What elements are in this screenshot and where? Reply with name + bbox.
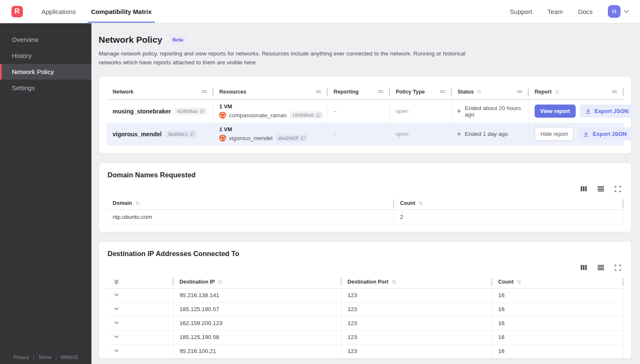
expand-all-header[interactable] — [107, 276, 174, 289]
network-id: 60959fad — [177, 109, 198, 114]
column-header-label: Network — [113, 89, 133, 95]
nav-link-team[interactable]: Team — [547, 8, 563, 15]
network-id-badge: 5bdf3dc1 — [166, 130, 197, 138]
export-json-label: Export JSON — [595, 108, 629, 114]
column-header-status[interactable]: Status — [452, 84, 529, 100]
network-id: 5bdf3dc1 — [168, 132, 188, 137]
download-icon — [583, 131, 589, 137]
copy-icon[interactable] — [190, 132, 195, 136]
chevron-down-icon[interactable] — [113, 321, 119, 325]
sidebar-item-settings[interactable]: Settings — [0, 80, 91, 96]
drag-handle-icon[interactable] — [439, 90, 446, 94]
column-header-label: Count — [400, 200, 415, 206]
hide-report-button[interactable]: Hide report — [535, 127, 574, 141]
columns-view-icon[interactable] — [580, 265, 587, 270]
vm-id: aba2dd3f — [278, 135, 298, 141]
status-text: Ended about 20 hours ago — [465, 105, 522, 118]
sort-icon[interactable] — [516, 279, 521, 284]
copy-icon[interactable] — [316, 113, 321, 118]
network-name-cell[interactable]: musing_stonebraker 60959fad — [107, 100, 213, 123]
column-header-destination-ip[interactable]: Destination IP — [174, 276, 342, 289]
privacy-link[interactable]: Privacy — [14, 355, 30, 360]
status-dot — [458, 110, 461, 113]
table-toolbar — [99, 258, 631, 276]
sidebar-footer: Privacy Terms 5f56b15 — [0, 349, 91, 364]
row-expander-cell — [107, 331, 174, 345]
column-header-domain[interactable]: Domain — [107, 197, 394, 210]
export-json-button[interactable]: Export JSON — [580, 105, 634, 118]
reporting-cell: – — [328, 100, 390, 123]
chevron-down-icon[interactable] — [113, 293, 119, 297]
sort-icon[interactable] — [218, 279, 223, 284]
row-expander-cell — [107, 303, 174, 317]
destination-ip-cell: 95.216.138.141 — [174, 289, 342, 303]
ubuntu-icon — [219, 112, 226, 119]
drag-handle-icon[interactable] — [315, 90, 322, 94]
network-id-badge: 60959fad — [175, 108, 207, 115]
sort-icon[interactable] — [477, 89, 482, 94]
column-header-destination-port[interactable]: Destination Port — [342, 276, 492, 289]
sidebar: Overview History Network Policy Settings… — [0, 23, 91, 364]
row-expander-cell — [107, 317, 174, 331]
row-expander-cell — [107, 345, 174, 358]
page-title: Network Policy — [99, 35, 163, 45]
vm-id-badge: aba2dd3f — [276, 134, 308, 142]
column-header-policy-type[interactable]: Policy Type — [390, 84, 452, 100]
drag-handle-icon[interactable] — [378, 90, 384, 94]
nav-link-docs[interactable]: Docs — [578, 8, 593, 15]
tab-applications[interactable]: Applications — [38, 0, 79, 23]
column-header-reporting[interactable]: Reporting — [328, 84, 390, 100]
sidebar-item-network-policy[interactable]: Network Policy — [0, 64, 91, 80]
destinations-card: Destination IP Addresses Connected To De… — [99, 241, 632, 359]
column-header-report[interactable]: Report — [529, 84, 623, 100]
sort-icon[interactable] — [554, 89, 560, 94]
domains-table: Domain Count ntp.ubuntu.com 2 — [107, 197, 623, 224]
row-expander-cell — [107, 289, 174, 303]
nav-link-support[interactable]: Support — [510, 8, 532, 15]
terms-link[interactable]: Terms — [38, 355, 51, 360]
app-logo[interactable]: R — [11, 6, 23, 17]
sort-icon[interactable] — [418, 201, 423, 206]
status-cell: Ended 1 day ago — [452, 123, 529, 146]
column-header-label: Destination Port — [348, 279, 389, 285]
count-cell: 2 — [394, 210, 623, 224]
chevron-down-icon[interactable] — [113, 349, 119, 353]
double-chevron-down-icon[interactable] — [113, 279, 119, 285]
network-name-cell[interactable]: vigorous_mendel 5bdf3dc1 — [107, 123, 213, 146]
copy-icon[interactable] — [200, 109, 204, 113]
chevron-down-icon[interactable] — [113, 335, 119, 339]
rows-view-icon[interactable] — [597, 265, 604, 270]
ubuntu-icon — [219, 135, 226, 141]
export-json-button[interactable]: Export JSON — [578, 127, 632, 141]
page-description: Manage network policy, reporting and vie… — [99, 50, 471, 67]
domain-cell: ntp.ubuntu.com — [107, 210, 394, 224]
destination-port-cell: 123 — [342, 289, 492, 303]
column-header-network[interactable]: Network — [107, 84, 213, 100]
fullscreen-icon[interactable] — [615, 265, 621, 271]
sort-icon[interactable] — [392, 279, 397, 284]
column-header-count[interactable]: Count — [394, 197, 623, 210]
copy-icon[interactable] — [301, 136, 305, 141]
avatar[interactable]: H — [608, 5, 621, 18]
navbar-right: Support Team Docs H — [510, 0, 640, 23]
columns-view-icon[interactable] — [580, 186, 587, 192]
chevron-down-icon[interactable] — [113, 307, 119, 311]
tab-compatibility-matrix[interactable]: Compatibility Matrix — [88, 0, 155, 23]
column-header-resources[interactable]: Resources — [213, 84, 328, 100]
rows-view-icon[interactable] — [597, 186, 604, 192]
column-header-count[interactable]: Count — [492, 276, 623, 289]
sort-icon[interactable] — [135, 201, 140, 206]
sidebar-item-history[interactable]: History — [0, 48, 91, 63]
fullscreen-icon[interactable] — [615, 186, 621, 192]
drag-handle-icon[interactable] — [611, 90, 618, 94]
view-report-button[interactable]: View report — [535, 105, 576, 118]
top-navbar: R Applications Compatibility Matrix Supp… — [0, 0, 640, 23]
footer-divider — [56, 354, 56, 360]
destination-port-cell: 123 — [342, 345, 492, 358]
user-menu-toggle[interactable] — [623, 8, 630, 15]
drag-handle-icon[interactable] — [201, 90, 207, 94]
networks-card: Network Resources Reporting Policy Type … — [99, 76, 632, 154]
drag-handle-icon[interactable] — [516, 90, 523, 94]
build-id: 5f56b15 — [61, 355, 78, 360]
sidebar-item-overview[interactable]: Overview — [0, 32, 91, 47]
